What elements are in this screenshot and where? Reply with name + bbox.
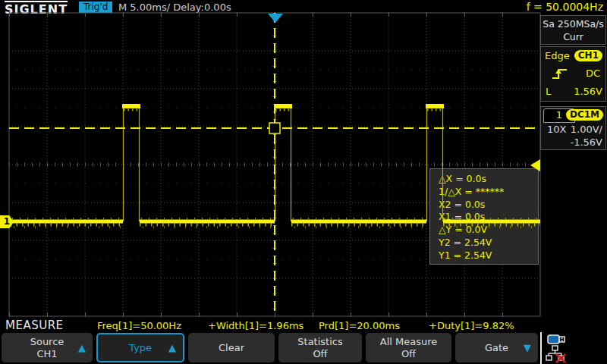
graticule-grid (0, 0, 541, 332)
trigger-panel: Edge CH1 DC L 1.56V (540, 46, 606, 102)
cursor-delta-x: △X = 0.0s (439, 173, 538, 186)
measure-title: MEASURE (5, 318, 64, 332)
clear-button-label: Clear (219, 342, 244, 354)
measurement-pos-duty: +Duty[1]=9.82% (429, 320, 514, 331)
all-measure-button-value: Off (401, 348, 416, 360)
trigger-source-badge: CH1 (574, 50, 602, 61)
up-arrow-icon: ▲ (168, 342, 176, 354)
rising-edge-icon (552, 66, 568, 81)
cursor-y1: Y1 = 2.54V (439, 249, 538, 262)
acquisition-panel: Sa 250MSa/s Curr 17.5Mpts (540, 15, 606, 45)
menu-divider (540, 332, 542, 364)
waveform-display-area: △X = 0.0s 1/△X = ****** X2 = 0.0s X1 = 0… (0, 0, 541, 332)
all-measure-button-label: All Measure (380, 336, 438, 348)
source-button-value: CH1 (36, 348, 57, 360)
soft-menu-bar: Source CH1 ▲ Type ▲ Clear Statistics Off… (0, 332, 607, 364)
up-arrow-icon: ▲ (78, 342, 86, 354)
statistics-button-label: Statistics (297, 336, 342, 348)
statistics-button-value: Off (313, 348, 327, 360)
clear-button[interactable]: Clear (188, 333, 275, 362)
trigger-level-value: 1.56V (574, 86, 602, 97)
usb-icon (547, 334, 570, 346)
lan-disconnected-icon (545, 345, 568, 363)
measurement-period: Prd[1]=20.00ms (319, 320, 400, 331)
cursor-x1: X1 = 0.0s (439, 211, 538, 224)
channel1-panel: 1 DC1M 10X 1.00V/ -1.56V (540, 106, 606, 150)
statistics-button[interactable]: Statistics Off (278, 333, 362, 362)
trigger-coupling: DC (586, 67, 600, 79)
cursor-x2: X2 = 0.0s (439, 199, 538, 212)
gate-button-label: Gate (485, 342, 508, 354)
measure-strip: MEASURE Freq[1]=50.00Hz +Width[1]=1.96ms… (0, 318, 607, 332)
source-button[interactable]: Source CH1 ▲ (2, 333, 93, 362)
measurement-freq: Freq[1]=50.00Hz (97, 320, 181, 331)
type-button[interactable]: Type ▲ (96, 333, 184, 362)
oscilloscope-screen: SIGLENT Trig'd M 5.00ms/ Delay:0.00s f =… (0, 0, 607, 364)
trigger-level-label: L (546, 86, 551, 97)
type-button-label: Type (129, 342, 152, 354)
cursor-readout-box: △X = 0.0s 1/△X = ****** X2 = 0.0s X1 = 0… (429, 168, 539, 265)
channel-coupling-badge: DC1M (566, 109, 603, 121)
sample-rate: Sa 250MSa/s (541, 17, 605, 30)
volts-per-div: 1.00V/ (571, 124, 602, 135)
channel-offset: -1.56V (570, 136, 602, 148)
down-arrow-icon: ▼ (524, 342, 531, 354)
cursor-y2: Y2 = 2.54V (439, 237, 538, 249)
status-icons (543, 333, 607, 363)
gate-button[interactable]: Gate ▼ (455, 333, 538, 362)
measurement-pos-width: +Width[1]=1.96ms (208, 320, 304, 331)
source-button-label: Source (30, 336, 64, 348)
cursor-inverse-delta-x: 1/△X = ****** (439, 186, 538, 199)
trigger-mode: Edge (545, 50, 570, 61)
probe-attenuation: 10X (547, 124, 566, 135)
cursor-delta-y: △Y = 0.0V (439, 224, 538, 237)
all-measure-button[interactable]: All Measure Off (366, 333, 451, 362)
